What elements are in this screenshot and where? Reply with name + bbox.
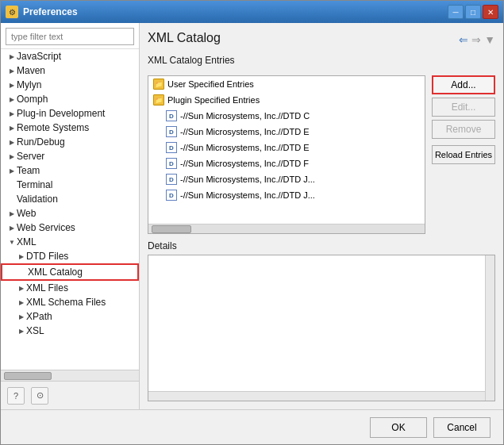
expand-arrow: ▶ — [7, 137, 17, 147]
dtd-icon: D — [166, 126, 177, 137]
user-specified-group[interactable]: 📁 User Specified Entries — [148, 76, 425, 92]
expand-arrow — [18, 267, 28, 277]
tree-item-server[interactable]: ▶ Server — [1, 149, 139, 163]
tree-label: DTD Files — [26, 251, 68, 262]
entries-list[interactable]: 📁 User Specified Entries 📁 Plugin Specif… — [148, 75, 425, 234]
catalog-entry[interactable]: D -//Sun Microsystems, Inc.//DTD E — [148, 140, 425, 155]
entries-area: 📁 User Specified Entries 📁 Plugin Specif… — [148, 75, 495, 234]
expand-arrow: ▶ — [17, 326, 26, 336]
entries-scroll[interactable]: 📁 User Specified Entries 📁 Plugin Specif… — [148, 76, 425, 224]
tree-label: Remote Systems — [17, 122, 89, 133]
filter-wrap — [1, 23, 139, 49]
help-button[interactable]: ? — [7, 387, 25, 405]
details-box — [148, 255, 495, 401]
catalog-entry[interactable]: D -//Sun Microsystems, Inc.//DTD F — [148, 155, 425, 171]
catalog-entry[interactable]: D -//Sun Microsystems, Inc.//DTD E — [148, 124, 425, 140]
tree-label: Web — [17, 208, 36, 219]
entry-label: -//Sun Microsystems, Inc.//DTD F — [180, 159, 309, 168]
tree-item-xpath[interactable]: ▶ XPath — [1, 309, 139, 324]
tree-item-maven[interactable]: ▶ Maven — [1, 63, 139, 78]
edit-button[interactable]: Edit... — [432, 98, 495, 117]
tree-item-xsl[interactable]: ▶ XSL — [1, 324, 139, 338]
tree-item-xml-files[interactable]: ▶ XML Files — [1, 281, 139, 295]
group-label: Plugin Specified Entries — [167, 95, 260, 105]
tree-label: Mylyn — [17, 79, 41, 90]
left-hscroll[interactable] — [1, 370, 139, 381]
dtd-icon: D — [166, 110, 177, 121]
content-area: ▶ JavaScript ▶ Maven ▶ Mylyn ▶ Oomph ▶ — [1, 23, 503, 409]
entries-hscroll[interactable] — [148, 224, 425, 233]
tree-label: XPath — [26, 311, 52, 322]
tree-label: JavaScript — [17, 51, 61, 62]
tree-item-xml-schema-files[interactable]: ▶ XML Schema Files — [1, 295, 139, 309]
window-title: Preferences — [23, 6, 443, 17]
tree-label: Run/Debug — [17, 136, 65, 148]
catalog-entry[interactable]: D -//Sun Microsystems, Inc.//DTD C — [148, 108, 425, 124]
tree-item-web[interactable]: ▶ Web — [1, 206, 139, 221]
minimize-button[interactable]: ─ — [448, 5, 464, 19]
dtd-icon: D — [166, 158, 177, 169]
remove-button[interactable]: Remove — [432, 120, 495, 139]
tree-item-terminal[interactable]: Terminal — [1, 178, 139, 192]
folder-icon: 📁 — [153, 94, 164, 105]
details-section: Details — [148, 240, 495, 401]
ok-button[interactable]: OK — [370, 417, 427, 438]
tree-label: Web Services — [17, 222, 75, 233]
tree-label: XML — [17, 236, 37, 247]
tree-item-xml-catalog[interactable]: XML Catalog — [1, 263, 139, 281]
cancel-button[interactable]: Cancel — [433, 417, 491, 438]
tree-label: Plug-in Development — [17, 108, 105, 119]
expand-arrow: ▶ — [7, 209, 17, 218]
tree-item-team[interactable]: ▶ Team — [1, 163, 139, 178]
details-hscroll[interactable] — [148, 391, 485, 401]
expand-arrow: ▶ — [7, 152, 17, 161]
expand-arrow: ▶ — [7, 94, 17, 104]
dropdown-nav-button[interactable]: ▼ — [484, 33, 495, 46]
hscroll-thumb[interactable] — [4, 372, 52, 380]
hscroll-thumb[interactable] — [152, 225, 191, 233]
dtd-icon: D — [166, 174, 177, 185]
window-controls: ─ □ ✕ — [448, 5, 498, 19]
tree-item-web-services[interactable]: ▶ Web Services — [1, 221, 139, 235]
dtd-icon: D — [166, 142, 177, 153]
tree-item-validation[interactable]: Validation — [1, 192, 139, 206]
expand-arrow: ▶ — [17, 297, 26, 307]
forward-nav-button[interactable]: ⇒ — [471, 33, 481, 46]
folder-icon: 📁 — [153, 79, 164, 90]
tree-label: XSL — [26, 325, 44, 336]
settings-button[interactable]: ⊙ — [31, 387, 48, 405]
tree-item-run-debug[interactable]: ▶ Run/Debug — [1, 135, 139, 149]
tree-label: Oomph — [17, 94, 48, 105]
details-vscroll[interactable] — [485, 255, 494, 401]
expand-arrow: ▼ — [7, 237, 17, 247]
tree-scroll[interactable]: ▶ JavaScript ▶ Maven ▶ Mylyn ▶ Oomph ▶ — [1, 49, 139, 370]
plugin-specified-group[interactable]: 📁 Plugin Specified Entries — [148, 92, 425, 108]
catalog-entry[interactable]: D -//Sun Microsystems, Inc.//DTD J... — [148, 187, 425, 203]
tree-item-plugin-dev[interactable]: ▶ Plug-in Development — [1, 106, 139, 121]
group-label: User Specified Entries — [167, 79, 254, 89]
add-button[interactable]: Add... — [432, 75, 495, 94]
tree-label: Server — [17, 151, 44, 162]
close-button[interactable]: ✕ — [483, 5, 498, 19]
tree-item-xml[interactable]: ▼ XML — [1, 235, 139, 249]
entry-label: -//Sun Microsystems, Inc.//DTD C — [180, 111, 310, 121]
entry-label: -//Sun Microsystems, Inc.//DTD J... — [180, 175, 315, 184]
tree-item-remote-systems[interactable]: ▶ Remote Systems — [1, 121, 139, 135]
details-label: Details — [148, 240, 495, 251]
tree-label: Terminal — [17, 179, 52, 190]
expand-arrow: ▶ — [7, 223, 17, 232]
maximize-button[interactable]: □ — [465, 5, 481, 19]
tree-item-javascript[interactable]: ▶ JavaScript — [1, 49, 139, 63]
tree-item-mylyn[interactable]: ▶ Mylyn — [1, 78, 139, 92]
tree-label: Team — [17, 165, 40, 176]
filter-input[interactable] — [6, 28, 134, 45]
tree-item-dtd-files[interactable]: ▶ DTD Files — [1, 249, 139, 263]
reload-button[interactable]: Reload Entries — [432, 145, 495, 164]
left-panel: ▶ JavaScript ▶ Maven ▶ Mylyn ▶ Oomph ▶ — [1, 23, 140, 409]
expand-arrow: ▶ — [17, 283, 26, 293]
expand-arrow: ▶ — [7, 52, 17, 61]
panel-title: XML Catalog — [148, 31, 221, 45]
tree-item-oomph[interactable]: ▶ Oomph — [1, 92, 139, 106]
back-nav-button[interactable]: ⇐ — [459, 33, 468, 46]
catalog-entry[interactable]: D -//Sun Microsystems, Inc.//DTD J... — [148, 171, 425, 187]
